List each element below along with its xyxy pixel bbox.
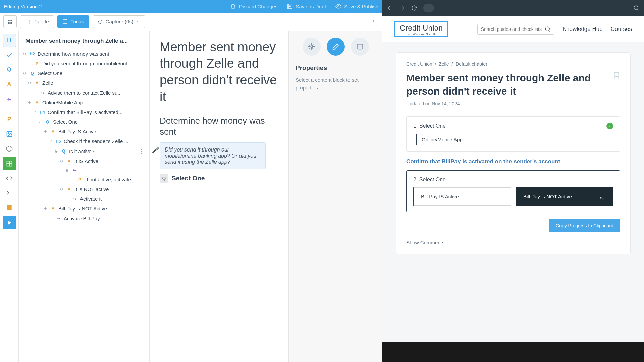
layout-tab[interactable] <box>351 38 369 56</box>
tree-node[interactable]: ↪Activate Bill Pay <box>21 214 147 223</box>
tree-node[interactable]: PIf not active, activate... <box>21 175 147 184</box>
check-icon: ✓ <box>606 123 613 129</box>
version-title: Editing Version 2 <box>4 4 230 9</box>
focus-button[interactable]: Focus <box>57 15 89 28</box>
pencil-icon <box>332 43 339 50</box>
tree-node[interactable]: ⊖AZelle <box>21 78 147 88</box>
svg-point-16 <box>8 133 8 134</box>
forward-button[interactable] <box>399 5 405 11</box>
rail-image[interactable] <box>3 127 16 141</box>
heading-block[interactable]: Determine how money was sent ⋮ <box>160 115 278 138</box>
rail-terminal[interactable] <box>3 186 16 200</box>
note-icon <box>6 204 13 211</box>
save-icon <box>287 3 293 9</box>
collapse-toolbar-button[interactable] <box>368 19 379 25</box>
check-icon <box>6 52 13 58</box>
rail-table[interactable] <box>3 157 16 170</box>
show-comments-link[interactable]: Show Comments <box>406 240 620 245</box>
tree-node[interactable]: ⊖AIt IS Active <box>21 156 147 166</box>
chevron-right-icon <box>371 19 376 23</box>
rail-paragraph[interactable]: P <box>3 113 16 126</box>
mic-icon: 🎤 <box>152 147 159 153</box>
tree-node[interactable]: ⊖QSelect One <box>21 68 147 78</box>
top-actions: Discard Changes Save as Draft Save & Pub… <box>230 3 378 9</box>
updated-date: Updated on Nov 14, 2024 <box>406 101 620 106</box>
svg-point-24 <box>311 46 313 48</box>
block-menu-button[interactable]: ⋮ <box>270 174 278 181</box>
layout-icon <box>62 19 68 24</box>
save-draft-button[interactable]: Save as Draft <box>287 3 326 9</box>
select-block[interactable]: Q Select One ⋮ <box>160 174 278 183</box>
hexagon-icon <box>6 145 13 152</box>
tree-node[interactable]: ⊖↪ <box>21 166 147 175</box>
tree-node[interactable]: ⊖QIs it active?⋮ <box>21 146 147 156</box>
step-1-answer[interactable]: Online/Mobile App <box>416 134 613 145</box>
zoom-button[interactable] <box>633 5 639 11</box>
svg-rect-11 <box>63 20 67 24</box>
reload-button[interactable] <box>411 5 417 11</box>
svg-point-29 <box>634 6 638 10</box>
breadcrumb: Credit Union / Zelle / Default chapter <box>406 61 620 67</box>
bookmark-button[interactable] <box>613 71 620 80</box>
nav-courses[interactable]: Courses <box>611 26 632 33</box>
svg-rect-4 <box>10 22 12 24</box>
site-logo[interactable]: Credit Union Here When You Need Us <box>394 21 448 37</box>
search-input[interactable] <box>481 26 545 32</box>
tree-node[interactable]: ⊖QSelect One <box>21 117 147 127</box>
tree-node[interactable]: PDid you send it through our mobile/onl.… <box>21 59 147 68</box>
rail-video[interactable] <box>3 216 16 229</box>
layout-icon <box>356 43 364 50</box>
rail-check[interactable] <box>3 48 16 62</box>
site-header: Credit Union Here When You Need Us Knowl… <box>382 16 644 42</box>
copy-progress-button[interactable]: Copy Progress to Clipboard <box>549 219 620 232</box>
prompt-block[interactable]: 🎤 Did you send it through our mobile/onl… <box>160 142 278 169</box>
rail-heading[interactable]: H <box>3 34 16 47</box>
rail-note[interactable] <box>3 201 16 215</box>
tree-node[interactable]: ⊖AOnline/Mobile App <box>21 98 147 107</box>
tree-node[interactable]: ↪Activate it <box>21 194 147 204</box>
props-title: Properties <box>296 64 376 72</box>
doc-title[interactable]: Member sent money through Zelle and pers… <box>160 39 278 105</box>
back-button[interactable] <box>387 5 393 11</box>
block-menu-button[interactable]: ⋮ <box>270 115 278 123</box>
content-editor[interactable]: Member sent money through Zelle and pers… <box>150 31 288 362</box>
tree-node[interactable]: ⊖ABill Pay is NOT Active <box>21 204 147 214</box>
discard-button[interactable]: Discard Changes <box>230 3 277 9</box>
grid-toggle-button[interactable] <box>3 15 17 28</box>
crumb[interactable]: Credit Union <box>406 61 432 67</box>
address-pill[interactable] <box>423 4 434 12</box>
rail-answer[interactable]: A <box>3 78 16 91</box>
rail-code[interactable] <box>3 172 16 185</box>
eye-icon <box>335 3 341 9</box>
tree-node[interactable]: ⊖H2Determine how money was sent <box>21 49 147 59</box>
search-icon <box>633 5 639 11</box>
tree-node[interactable]: ⊖H4Confirm that BillPay is activated... <box>21 107 147 117</box>
preview-browser: Credit Union Here When You Need Us Knowl… <box>382 0 644 362</box>
block-menu-button[interactable]: ⋮ <box>270 142 278 150</box>
rail-question[interactable]: Q <box>3 63 16 76</box>
edit-tab[interactable] <box>327 38 345 56</box>
rail-redirect[interactable] <box>3 93 16 106</box>
option-billpay-active[interactable]: Bill Pay IS Active <box>413 187 511 206</box>
tree-node[interactable]: ⊖AIt is NOT active <box>21 184 147 194</box>
save-publish-button[interactable]: Save & Publish <box>335 3 378 9</box>
step-1: 1. Select One ✓ Online/Mobile App <box>406 116 620 152</box>
arrow-left-icon <box>387 5 393 11</box>
tree-title: Member sent money through Zelle a... <box>21 34 147 49</box>
svg-line-32 <box>549 30 550 31</box>
svg-rect-1 <box>8 20 10 21</box>
capture-button[interactable]: Capture (0s) <box>93 15 145 28</box>
option-billpay-not-active[interactable]: Bill Pay is NOT Active ↖ <box>516 187 613 206</box>
crumb[interactable]: Default chapter <box>455 61 487 67</box>
nav-knowledge-hub[interactable]: Knowledge Hub <box>562 26 603 33</box>
props-desc: Select a content block to set properties… <box>296 76 376 92</box>
settings-tab[interactable] <box>303 38 321 56</box>
palette-button[interactable]: Palette <box>20 15 54 28</box>
tree-node[interactable]: ↪Advise them to contact Zelle su... <box>21 88 147 98</box>
rail-shape[interactable] <box>3 142 16 156</box>
tree-node[interactable]: ⊖ABill Pay IS Active <box>21 127 147 136</box>
crumb[interactable]: Zelle <box>439 61 449 67</box>
outline-tree[interactable]: Member sent money through Zelle a... ⊖H2… <box>19 31 150 362</box>
site-search[interactable] <box>477 24 554 35</box>
tree-node[interactable]: ⊖H5Check if the sender's Zelle ... <box>21 136 147 146</box>
